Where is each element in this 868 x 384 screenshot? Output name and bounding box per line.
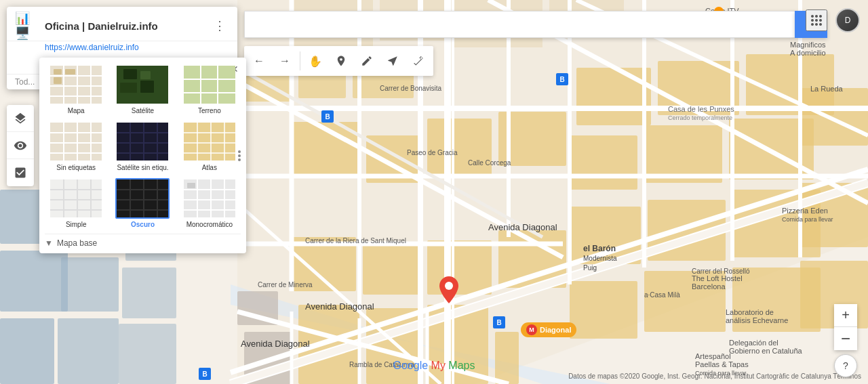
- help-button[interactable]: ?: [834, 354, 857, 377]
- map-type-atlas-label: Atlas: [202, 164, 217, 171]
- svg-rect-44: [58, 318, 119, 384]
- visibility-button[interactable]: [7, 132, 34, 159]
- map-type-satellite-label: Satélite: [132, 107, 154, 114]
- svg-rect-81: [54, 69, 62, 74]
- map-type-satellite-no-labels-label: Satélite sin etiqu.: [117, 164, 168, 171]
- svg-rect-41: [0, 318, 54, 384]
- grid-icon: [808, 12, 825, 28]
- zoom-in-button[interactable]: +: [834, 304, 857, 327]
- svg-rect-47: [119, 324, 176, 384]
- svg-rect-86: [140, 71, 151, 79]
- svg-rect-138: [187, 183, 195, 188]
- svg-rect-46: [122, 268, 176, 318]
- map-type-grid: Mapa Satélite Terreno: [45, 63, 241, 230]
- map-type-mono-label: Monocromático: [186, 221, 233, 228]
- map-type-satellite-no-labels[interactable]: Satélite sin etiqu.: [111, 120, 174, 173]
- measure-icon: [412, 55, 425, 67]
- map-type-simple-label: Simple: [66, 221, 87, 228]
- svg-rect-83: [54, 77, 62, 84]
- svg-rect-89: [157, 72, 167, 86]
- svg-rect-31: [427, 240, 492, 295]
- map-type-atlas[interactable]: Atlas: [178, 120, 241, 173]
- svg-rect-12: [427, 119, 492, 176]
- map-type-standard-label: Mapa: [68, 107, 85, 114]
- user-avatar[interactable]: D: [835, 8, 860, 33]
- pan-button[interactable]: ✋: [303, 49, 328, 73]
- gmm-watermark: Google My Maps: [393, 360, 475, 372]
- layer-controls: [7, 105, 34, 186]
- svg-rect-91: [184, 66, 237, 105]
- redo-button[interactable]: →: [273, 49, 297, 73]
- toolbar: ← → ✋: [244, 46, 433, 76]
- main-marker[interactable]: [439, 276, 458, 306]
- undo-button[interactable]: ←: [247, 49, 271, 73]
- sidebar-website-link[interactable]: https://www.danielruiz.info: [7, 41, 237, 58]
- svg-rect-30: [363, 244, 420, 295]
- map-type-dark-label: Oscuro: [131, 221, 155, 228]
- sidebar-title: Oficina | Danielruiz.info: [45, 20, 210, 32]
- sidebar-header: 📊🖥️ Oficina | Danielruiz.info ⋮: [7, 7, 237, 41]
- transit-stop-2: B: [556, 73, 568, 85]
- route-icon: [387, 55, 399, 67]
- checkbox-icon: [14, 166, 27, 179]
- google-apps-button[interactable]: [806, 9, 827, 31]
- svg-rect-40: [0, 251, 68, 312]
- diagonal-metro-marker[interactable]: M Diagonal: [521, 322, 576, 337]
- svg-rect-25: [570, 281, 637, 339]
- map-type-popup: ✕ Mapa Satélite: [39, 58, 246, 253]
- route-button[interactable]: [380, 49, 405, 73]
- svg-rect-14: [576, 68, 651, 125]
- map-type-mono[interactable]: Monocromático: [178, 177, 241, 230]
- svg-rect-87: [120, 83, 137, 93]
- map-type-satellite[interactable]: Satélite: [111, 63, 174, 116]
- popup-more-button[interactable]: [238, 150, 241, 161]
- map-type-no-labels-label: Sin etiquetas: [56, 164, 96, 171]
- transit-stop-3: B: [493, 316, 505, 328]
- search-input[interactable]: [244, 11, 795, 38]
- zoom-out-button[interactable]: −: [834, 327, 857, 350]
- map-section-footer: ▼ Mapa base: [45, 234, 241, 248]
- draw-button[interactable]: [355, 49, 379, 73]
- svg-rect-85: [123, 69, 137, 79]
- zoom-controls: + −: [834, 304, 857, 350]
- map-type-no-labels[interactable]: Sin etiquetas: [45, 120, 107, 173]
- marker-icon: [335, 55, 347, 67]
- search-bar: [244, 11, 827, 38]
- marker-button[interactable]: [329, 49, 353, 73]
- map-type-dark[interactable]: Oscuro: [111, 177, 174, 230]
- sidebar-app-icon: 📊🖥️: [15, 16, 39, 35]
- transit-stop-4: B: [199, 368, 211, 380]
- map-type-terrain-label: Terreno: [198, 107, 221, 114]
- svg-rect-88: [140, 81, 154, 93]
- measure-button[interactable]: [406, 49, 431, 73]
- svg-rect-82: [65, 69, 75, 74]
- svg-point-73: [445, 282, 453, 290]
- svg-rect-36: [495, 332, 519, 384]
- eye-icon: [14, 139, 27, 152]
- svg-rect-26: [644, 271, 726, 332]
- transit-stop-1: B: [321, 110, 334, 123]
- svg-rect-18: [570, 135, 637, 190]
- layers-icon: [14, 112, 27, 125]
- top-right-icons: D: [806, 8, 860, 33]
- map-type-simple[interactable]: Simple: [45, 177, 107, 230]
- draw-icon: [361, 55, 373, 67]
- sidebar-menu-button[interactable]: ⋮: [210, 16, 229, 35]
- attribution: Datos de mapas ©2020 Google, Inst. Geogr…: [568, 372, 861, 380]
- checkbox-button[interactable]: [7, 159, 34, 186]
- map-type-standard[interactable]: Mapa: [45, 63, 107, 116]
- map-section-label: Mapa base: [57, 238, 97, 248]
- svg-rect-43: [61, 257, 119, 312]
- map-type-terrain[interactable]: Terreno: [178, 63, 241, 116]
- svg-rect-110: [184, 123, 237, 162]
- layers-button[interactable]: [7, 105, 34, 132]
